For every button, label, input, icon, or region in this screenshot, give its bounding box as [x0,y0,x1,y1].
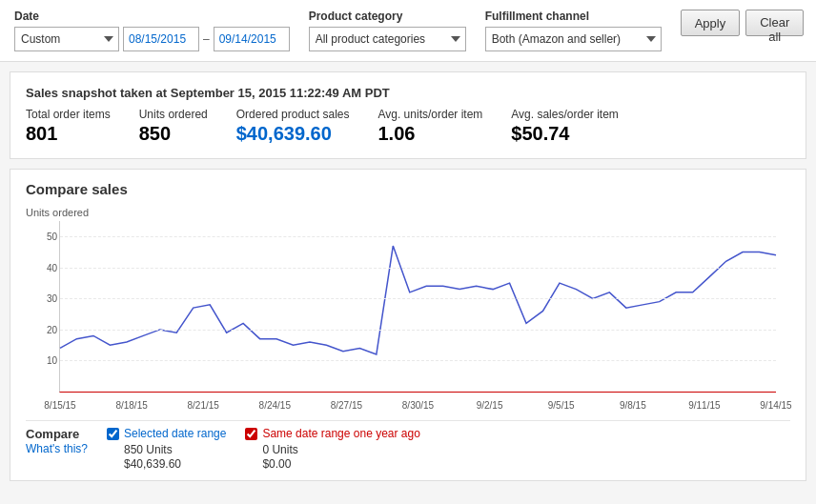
date-separator: – [203,32,210,46]
grid-line [60,298,776,299]
apply-button[interactable]: Apply [681,10,741,36]
metric-item: Total order items 801 [26,108,111,145]
sales-snapshot-section: Sales snapshot taken at September 15, 20… [10,71,806,159]
metric-item: Avg. sales/order item $50.74 [511,108,619,145]
date-range-row: Custom – [14,27,290,51]
chart-area: 10203040508/15/158/18/158/21/158/24/158/… [59,221,776,393]
metric-item: Ordered product sales $40,639.60 [236,108,350,145]
x-tick-label: 9/2/15 [477,400,503,411]
fulfillment-filter: Fulfillment channel Both (Amazon and sel… [485,10,662,51]
grid-line [60,360,776,361]
x-tick-label: 9/14/15 [760,400,791,411]
metric-label: Units ordered [139,108,208,121]
selected-range-checkbox[interactable] [107,428,119,440]
x-tick-label: 9/8/15 [620,400,646,411]
compare-sales-section: Compare sales Units ordered 10203040508/… [10,169,806,481]
metric-item: Units ordered 850 [139,108,208,145]
metric-value: 1.06 [377,123,482,145]
date-to-input[interactable] [214,27,290,51]
x-tick-label: 8/21/15 [188,400,219,411]
year-ago-sales: $0.00 [245,457,419,471]
fulfillment-select[interactable]: Both (Amazon and seller) [485,27,662,51]
metric-label: Total order items [26,108,111,121]
snapshot-subtitle: taken at September 15, 2015 11:22:49 AM … [116,86,389,100]
x-tick-label: 8/24/15 [259,400,291,411]
product-category-select[interactable]: All product categories [309,27,466,51]
action-buttons: Apply Clear all [681,10,805,38]
year-ago-label: Same date range one year ago [262,427,419,440]
year-ago-item: Same date range one year ago [245,427,419,440]
metric-label: Ordered product sales [236,108,350,121]
selected-range-item: Selected date range [107,427,226,440]
year-ago-units: 0 Units [245,443,419,456]
x-tick-label: 8/27/15 [331,400,362,411]
metrics-row: Total order items 801Units ordered 850Or… [26,108,790,145]
y-tick-label: 50 [47,232,57,242]
whats-this-link[interactable]: What's this? [26,442,88,455]
fulfillment-label: Fulfillment channel [485,10,662,23]
date-from-input[interactable] [123,27,199,51]
grid-line [60,236,776,237]
metric-value: 801 [26,123,111,145]
y-tick-label: 40 [47,262,57,272]
y-tick-label: 20 [47,324,57,334]
x-tick-label: 8/18/15 [115,400,147,411]
y-tick-label: 10 [47,355,57,366]
grid-line [60,330,776,331]
filter-bar: Date Custom – Product category All produ… [0,0,816,62]
selected-range-line [60,246,776,354]
compare-label: Compare [26,427,79,441]
x-tick-label: 8/30/15 [402,400,434,411]
year-ago-checkbox[interactable] [245,428,257,440]
grid-line [60,268,776,269]
selected-range-units: 850 Units [107,443,226,456]
selected-range-sales: $40,639.60 [107,457,226,471]
y-tick-label: 30 [47,293,57,304]
selected-range-legend: Selected date range 850 Units $40,639.60 [107,427,226,471]
compare-legend: Compare What's this? Selected date range… [26,420,790,471]
metric-value: $50.74 [511,123,619,145]
metric-label: Avg. units/order item [377,108,482,121]
clear-all-button[interactable]: Clear all [745,10,804,36]
x-tick-label: 8/15/15 [44,400,75,411]
year-ago-legend: Same date range one year ago 0 Units $0.… [245,427,419,471]
compare-label-group: Compare What's this? [26,427,88,471]
selected-range-label: Selected date range [124,427,226,440]
chart-title: Compare sales [26,181,790,197]
snapshot-title: Sales snapshot taken at September 15, 20… [26,84,790,100]
product-category-label: Product category [309,10,466,23]
date-select[interactable]: Custom [14,27,119,51]
date-label: Date [14,10,290,23]
snapshot-title-bold: Sales snapshot [26,86,116,100]
metric-item: Avg. units/order item 1.06 [377,108,482,145]
date-filter: Date Custom – [14,10,290,51]
metric-value: $40,639.60 [236,123,350,145]
chart-wrapper: Units ordered 10203040508/15/158/18/158/… [26,207,790,416]
product-category-filter: Product category All product categories [309,10,466,51]
y-axis-label: Units ordered [26,207,89,218]
x-tick-label: 9/5/15 [548,400,575,411]
metric-label: Avg. sales/order item [511,108,619,121]
x-tick-label: 9/11/15 [688,400,720,411]
metric-value: 850 [139,123,208,145]
line-chart-svg [60,221,776,392]
